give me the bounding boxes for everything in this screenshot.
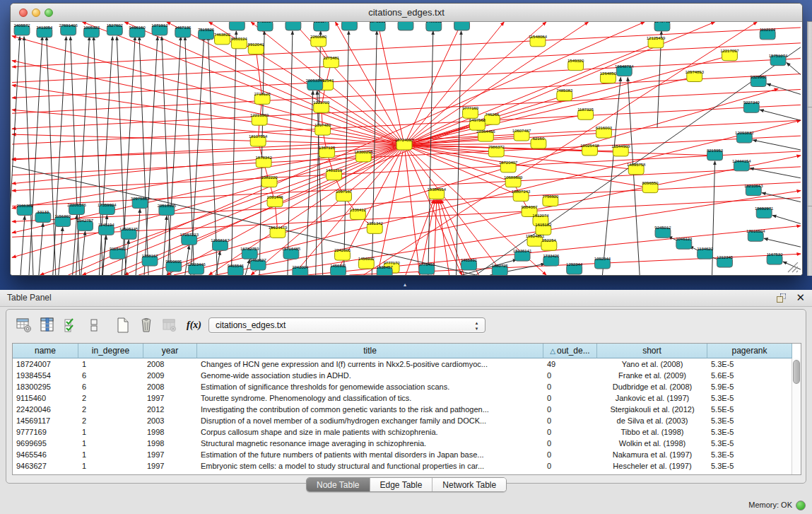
graph-edge[interactable] <box>288 31 293 275</box>
graph-node[interactable]: 8413056 <box>397 22 414 30</box>
table-cell[interactable]: 5.3E-5 <box>707 460 792 472</box>
graph-node[interactable]: 2718126 <box>254 92 271 104</box>
tab-node-table[interactable]: Node Table <box>307 478 370 491</box>
graph-node[interactable]: 20053346 <box>305 78 324 90</box>
graph-node[interactable]: 1046795 <box>654 22 671 31</box>
network-canvas[interactable]: 2405572341305427691406100532315276029466… <box>11 22 802 276</box>
graph-node[interactable]: 12444154 <box>732 159 751 171</box>
graph-node[interactable]: 16782759 <box>240 247 259 259</box>
graph-node[interactable]: 10025438 <box>580 144 599 156</box>
graph-node[interactable]: 746266 <box>484 112 500 124</box>
graph-edge[interactable] <box>24 37 33 275</box>
table-cell[interactable]: 6 <box>78 370 143 381</box>
graph-node[interactable]: 9466163 <box>425 22 442 31</box>
memory-status-indicator[interactable] <box>796 501 806 510</box>
graph-node[interactable]: 16648784 <box>615 64 634 76</box>
table-cell[interactable]: Embryonic stem cells: a model to study s… <box>197 460 543 472</box>
float-panel-icon[interactable] <box>777 293 787 303</box>
graph-node[interactable]: 1456911 <box>330 264 346 275</box>
graph-node[interactable]: 2405572 <box>13 23 30 35</box>
graph-node[interactable]: 9245012 <box>654 226 671 238</box>
graph-node[interactable]: 12217097 <box>720 49 739 61</box>
table-cell[interactable]: 14569117 <box>13 415 78 426</box>
graph-edge[interactable] <box>12 61 404 145</box>
graph-node[interactable]: 1878342 <box>256 156 273 168</box>
graph-node[interactable]: 17016504 <box>746 229 765 241</box>
graph-node[interactable]: 1465891 <box>461 258 478 270</box>
table-cell[interactable]: Wolkin et al. (1998) <box>597 438 707 449</box>
graph-node[interactable]: 2166369 <box>16 204 33 216</box>
select-all-button[interactable] <box>61 316 80 334</box>
graph-edge[interactable] <box>53 37 66 275</box>
table-cell[interactable]: 9115460 <box>13 392 78 404</box>
column-header-name[interactable]: name <box>13 344 78 358</box>
table-cell[interactable]: 5.6E-5 <box>707 370 792 381</box>
graph-node[interactable]: 8912041 <box>248 42 265 54</box>
graph-edge[interactable] <box>764 238 801 247</box>
graph-edge[interactable] <box>772 215 801 223</box>
graph-node[interactable]: 1733426 <box>543 254 560 266</box>
table-settings-button[interactable] <box>15 316 33 334</box>
scrollbar-thumb[interactable] <box>793 360 800 384</box>
graph-node[interactable]: 9463627 <box>250 258 267 270</box>
graph-edge[interactable] <box>20 216 25 275</box>
column-header-short[interactable]: short <box>597 344 707 358</box>
table-cell[interactable]: 5.3E-5 <box>707 438 792 449</box>
graph-node[interactable]: 20206576 <box>67 203 86 215</box>
graph-node[interactable]: 9115460 <box>110 247 126 259</box>
graph-node[interactable]: 1264850 <box>600 71 617 83</box>
graph-node[interactable]: 1071913 <box>151 23 168 35</box>
close-panel-icon[interactable]: ✕ <box>796 291 805 304</box>
table-cell[interactable]: 1 <box>78 426 143 438</box>
table-cell[interactable]: 2012 <box>143 404 197 415</box>
table-cell[interactable]: Estimation of significance thresholds fo… <box>197 381 543 392</box>
graph-node-hub[interactable]: 18724007 <box>395 138 414 150</box>
table-cell[interactable]: Jankovic et al. (1997) <box>597 392 707 404</box>
graph-edge[interactable] <box>12 182 801 222</box>
graph-node[interactable]: 1134620 <box>697 247 713 259</box>
graph-node[interactable]: 30975887 <box>131 197 150 209</box>
graph-edge[interactable] <box>47 37 56 275</box>
graph-node[interactable]: 18300295 <box>354 150 373 162</box>
graph-node[interactable]: 1336412 <box>350 208 367 220</box>
table-cell[interactable]: 5.3E-5 <box>707 392 792 404</box>
graph-edge[interactable] <box>750 168 801 178</box>
table-cell[interactable]: 2009 <box>143 370 197 381</box>
graph-node[interactable]: 2260080 <box>310 35 327 47</box>
graph-node[interactable]: 1367125 <box>319 146 336 158</box>
graph-node[interactable]: 9466160 <box>129 25 146 37</box>
table-cell[interactable]: 0 <box>543 381 597 392</box>
graph-node[interactable]: 15692971 <box>755 206 774 218</box>
graph-node[interactable]: 8096550 <box>642 181 659 193</box>
graph-node[interactable]: 7515526 <box>198 28 215 40</box>
graph-node[interactable]: 9777169 <box>462 106 479 118</box>
graph-node[interactable]: 9227349 <box>743 100 760 112</box>
delete-table-button[interactable] <box>137 316 155 334</box>
table-cell[interactable]: Changes of HCN gene expression and I(f) … <box>197 358 543 370</box>
table-cell[interactable]: 18724007 <box>13 358 78 370</box>
table-row[interactable]: 969969511998Structural magnetic resonanc… <box>13 438 801 449</box>
graph-node[interactable]: 1467136 <box>175 25 192 37</box>
graph-node[interactable]: 19384554 <box>428 187 447 199</box>
graph-node[interactable]: 13958167 <box>211 238 230 250</box>
table-panel-header[interactable]: Table Panel ✕ <box>0 290 812 307</box>
graph-node[interactable]: 16720407 <box>499 160 518 173</box>
graph-edge[interactable] <box>12 151 801 191</box>
table-scrollbar[interactable] <box>792 358 801 475</box>
column-header-out-de-[interactable]: △out_de... <box>543 344 597 358</box>
table-row[interactable]: 1830029562008Estimation of significance … <box>13 381 801 392</box>
table-cell[interactable]: 19384554 <box>13 370 78 381</box>
table-cell[interactable]: 5.5E-5 <box>707 404 792 415</box>
table-cell[interactable]: 1 <box>78 438 143 449</box>
graph-node[interactable]: 1005323 <box>83 25 100 37</box>
column-header-year[interactable]: year <box>143 344 197 358</box>
graph-node[interactable]: 1549320 <box>567 59 584 71</box>
table-cell[interactable]: 2003 <box>143 415 197 426</box>
table-cell[interactable]: 2 <box>78 415 143 426</box>
graph-node[interactable]: 1467368 <box>341 22 358 30</box>
graph-node[interactable]: 5572233 <box>370 22 387 31</box>
table-cell[interactable]: 0 <box>543 415 597 426</box>
graph-node[interactable]: 252254 <box>541 238 557 250</box>
table-cell[interactable]: Dudbridge et al. (2008) <box>597 381 707 392</box>
graph-node[interactable]: 20518505 <box>158 204 177 216</box>
